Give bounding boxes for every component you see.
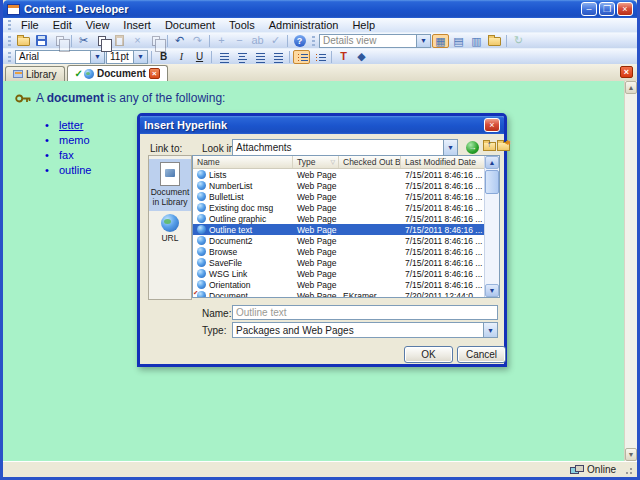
column-header-name[interactable]: Name xyxy=(193,156,293,168)
refresh-button[interactable]: ↻ xyxy=(510,34,527,48)
font-size-combo[interactable]: 11pt ▼ xyxy=(106,50,148,64)
new-folder-button[interactable] xyxy=(497,142,510,151)
save-button[interactable] xyxy=(33,34,50,48)
file-row[interactable]: BulletListWeb Page7/15/2011 8:46:16 ... xyxy=(193,191,499,202)
help-button[interactable]: ? xyxy=(291,34,308,48)
web-page-icon xyxy=(197,181,206,190)
highlight-color-button[interactable]: ◆ xyxy=(353,50,370,64)
menu-help[interactable]: Help xyxy=(345,19,382,31)
details-view-combo[interactable]: Details view ▼ xyxy=(319,34,431,48)
type-combo[interactable]: Packages and Web Pages ▼ xyxy=(232,322,498,338)
document-in-library-icon xyxy=(160,162,180,186)
delete-icon: × xyxy=(134,34,140,47)
horizontal-split-button[interactable]: ▤ xyxy=(450,34,467,48)
align-justify-button[interactable] xyxy=(269,50,286,64)
file-row[interactable]: SaveFileWeb Page7/15/2011 8:46:16 ... xyxy=(193,257,499,268)
dialog-close-button[interactable]: × xyxy=(484,118,500,132)
ok-button[interactable]: OK xyxy=(404,346,453,363)
menu-administration[interactable]: Administration xyxy=(262,19,346,31)
font-color-button[interactable]: T xyxy=(335,50,352,64)
save-icon xyxy=(36,35,47,46)
up-one-level-button[interactable] xyxy=(483,142,496,151)
scroll-up-icon[interactable]: ▲ xyxy=(485,156,499,169)
column-header-type[interactable]: Type▽ xyxy=(293,156,339,168)
numbered-list-button[interactable] xyxy=(311,50,328,64)
link-type-document-in-library[interactable]: Document in Library xyxy=(149,159,191,211)
undo-button[interactable]: ↶ xyxy=(171,34,188,48)
open-button[interactable] xyxy=(15,34,32,48)
file-row[interactable]: Document2Web Page7/15/2011 8:46:16 ... xyxy=(193,235,499,246)
open-location-button[interactable] xyxy=(486,34,503,48)
menu-tools[interactable]: Tools xyxy=(222,19,262,31)
maximize-button[interactable]: ❒ xyxy=(599,2,615,16)
print-button[interactable] xyxy=(51,34,68,48)
file-row[interactable]: DocumentWeb PageEKramer7/20/2011 12:44:0 xyxy=(193,290,499,298)
go-button[interactable]: → xyxy=(466,141,479,154)
align-left-icon xyxy=(218,51,230,63)
delete-button[interactable]: × xyxy=(129,34,146,48)
align-left-button[interactable] xyxy=(215,50,232,64)
vertical-split-button[interactable]: ▥ xyxy=(468,34,485,48)
redo-button[interactable]: ↷ xyxy=(189,34,206,48)
column-header-last-modified-date[interactable]: Last Modified Date xyxy=(401,156,486,168)
file-row[interactable]: Existing doc msgWeb Page7/15/2011 8:46:1… xyxy=(193,202,499,213)
grid-view-icon: ▦ xyxy=(435,35,445,47)
add-button[interactable]: + xyxy=(213,34,230,48)
document-scrollbar[interactable]: ▲ ▼ xyxy=(624,81,637,461)
copy-icon xyxy=(98,36,106,46)
column-header-checked-out-by[interactable]: Checked Out By xyxy=(339,156,401,168)
sort-desc-icon: ▽ xyxy=(330,158,335,165)
file-row[interactable]: OrientationWeb Page7/15/2011 8:46:16 ... xyxy=(193,279,499,290)
align-right-button[interactable] xyxy=(251,50,268,64)
file-row[interactable]: BrowseWeb Page7/15/2011 8:46:16 ... xyxy=(193,246,499,257)
insert-image-button[interactable] xyxy=(147,34,164,48)
resize-grip[interactable] xyxy=(623,465,633,475)
menu-view[interactable]: View xyxy=(79,19,117,31)
file-row[interactable]: NumberListWeb Page7/15/2011 8:46:16 ... xyxy=(193,180,499,191)
copy-button[interactable] xyxy=(93,34,110,48)
close-pane-button[interactable]: × xyxy=(620,66,633,78)
file-row[interactable]: Outline textWeb Page7/15/2011 8:46:16 ..… xyxy=(193,224,499,235)
spellcheck-button[interactable]: ✓ xyxy=(267,34,284,48)
file-list-scrollbar[interactable]: ▲ ▼ xyxy=(484,156,499,297)
remove-button[interactable]: − xyxy=(231,34,248,48)
file-row[interactable]: ListsWeb Page7/15/2011 8:46:16 ... xyxy=(193,169,499,180)
scroll-down-icon[interactable]: ▼ xyxy=(625,448,637,461)
file-row[interactable]: Outline graphicWeb Page7/15/2011 8:46:16… xyxy=(193,213,499,224)
underline-button[interactable]: U xyxy=(191,50,208,64)
highlight-color-icon: ◆ xyxy=(357,50,365,63)
menu-insert[interactable]: Insert xyxy=(116,19,158,31)
dialog-titlebar: Insert Hyperlink × xyxy=(140,116,504,134)
font-name-combo[interactable]: Arial ▼ xyxy=(15,50,105,64)
menu-edit[interactable]: Edit xyxy=(46,19,79,31)
scrollbar-thumb[interactable] xyxy=(485,170,499,194)
web-page-icon xyxy=(197,247,206,256)
bullet-list-button[interactable] xyxy=(293,50,310,64)
find-button[interactable]: ab xyxy=(249,34,266,48)
scroll-up-icon[interactable]: ▲ xyxy=(625,81,637,94)
close-button[interactable]: × xyxy=(617,2,633,16)
bullet-list-icon xyxy=(294,52,309,61)
bold-button[interactable]: B xyxy=(155,50,172,64)
link-type-url[interactable]: URL xyxy=(149,211,191,247)
details-view-button[interactable]: ▦ xyxy=(432,34,449,48)
italic-button[interactable]: I xyxy=(173,50,190,64)
cancel-button[interactable]: Cancel xyxy=(457,346,506,363)
tab-close-icon[interactable]: × xyxy=(149,68,160,79)
align-center-button[interactable] xyxy=(233,50,250,64)
cut-button[interactable]: ✂ xyxy=(75,34,92,48)
file-row[interactable]: WSG LinkWeb Page7/15/2011 8:46:16 ... xyxy=(193,268,499,279)
align-justify-icon xyxy=(272,51,284,63)
minimize-button[interactable]: – xyxy=(581,2,597,16)
name-field[interactable] xyxy=(232,305,498,320)
look-in-combo[interactable]: Attachments ▼ xyxy=(232,139,458,156)
paste-icon xyxy=(115,35,124,46)
scroll-down-icon[interactable]: ▼ xyxy=(485,284,499,297)
tab-document[interactable]: ✓ Document × xyxy=(67,65,168,81)
status-bar: Online xyxy=(3,461,637,477)
paste-button[interactable] xyxy=(111,34,128,48)
menu-document[interactable]: Document xyxy=(158,19,222,31)
tab-library[interactable]: Library xyxy=(5,66,65,81)
menu-file[interactable]: File xyxy=(14,19,46,31)
name-label: Name: xyxy=(202,308,231,319)
